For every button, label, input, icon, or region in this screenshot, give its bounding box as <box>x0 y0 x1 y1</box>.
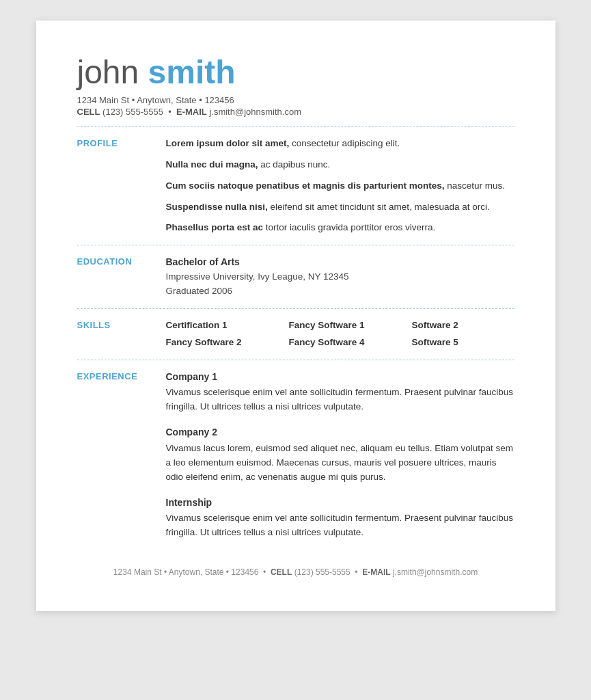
footer: 1234 Main St • Anytown, State • 123456 •… <box>77 561 514 577</box>
exp-entry-3: Internship Vivamus scelerisque enim vel … <box>166 496 514 541</box>
exp-desc-3: Vivamus scelerisque enim vel ante sollic… <box>166 511 514 540</box>
email-label: E-MAIL <box>176 107 207 117</box>
exp-company-2: Company 2 <box>166 425 514 440</box>
footer-cell-label: CELL <box>271 567 292 577</box>
profile-bold-5: Phasellus porta est ac <box>166 222 264 232</box>
exp-company-1: Company 1 <box>166 370 514 385</box>
profile-para-2: Nulla nec dui magna, ac dapibus nunc. <box>166 158 514 172</box>
exp-desc-2: Vivamus lacus lorem, euismod sed aliquet… <box>166 442 514 485</box>
skills-grid: Certification 1 Fancy Software 1 Softwar… <box>166 319 521 350</box>
cell-label: CELL <box>77 107 100 117</box>
profile-para-1: Lorem ipsum dolor sit amet, consectetur … <box>166 137 514 151</box>
footer-cell-value: (123) 555-5555 <box>294 567 351 577</box>
edu-graduated: Graduated 2006 <box>166 284 514 299</box>
profile-text-4: eleifend sit amet tincidunt sit amet, ma… <box>268 202 490 212</box>
skill-item-3: Software 2 <box>412 319 521 333</box>
first-name: john <box>77 54 139 90</box>
skill-item-1: Certification 1 <box>166 319 289 333</box>
profile-bold-4: Suspendisse nulla nisi, <box>166 202 268 212</box>
profile-text-2: ac dapibus nunc. <box>258 159 331 170</box>
footer-email-value: j.smith@johnsmith.com <box>393 567 478 577</box>
experience-section: EXPERIENCE Company 1 Vivamus scelerisque… <box>77 370 514 541</box>
profile-para-3: Cum sociis natoque penatibus et magnis d… <box>166 179 514 193</box>
profile-divider <box>77 245 514 245</box>
edu-university: Impressive University, Ivy League, NY 12… <box>166 270 514 284</box>
profile-text-1: consectetur adipiscing elit. <box>289 138 400 148</box>
skills-content: Certification 1 Fancy Software 1 Softwar… <box>166 319 521 350</box>
profile-para-5: Phasellus porta est ac tortor iaculis gr… <box>166 221 514 235</box>
header-divider <box>77 126 514 127</box>
experience-label: EXPERIENCE <box>77 370 166 541</box>
footer-email-label: E-MAIL <box>362 567 390 577</box>
exp-entry-2: Company 2 Vivamus lacus lorem, euismod s… <box>166 425 514 484</box>
profile-bold-2: Nulla nec dui magna, <box>166 159 258 170</box>
profile-text-3: nascetur mus. <box>445 180 506 191</box>
profile-content: Lorem ipsum dolor sit amet, consectetur … <box>166 137 514 236</box>
profile-label: PROFILE <box>77 137 166 236</box>
address-line: 1234 Main St • Anytown, State • 123456 <box>77 95 514 105</box>
education-label: EDUCATION <box>77 255 166 299</box>
experience-content: Company 1 Vivamus scelerisque enim vel a… <box>166 370 514 541</box>
exp-desc-1: Vivamus scelerisque enim vel ante sollic… <box>166 386 514 414</box>
skill-item-2: Fancy Software 1 <box>289 319 412 333</box>
profile-bold-1: Lorem ipsum dolor sit amet, <box>166 138 290 148</box>
footer-address: 1234 Main St • Anytown, State • 123456 <box>113 567 259 577</box>
edu-degree: Bachelor of Arts <box>166 255 514 270</box>
skill-item-5: Fancy Software 4 <box>289 336 412 350</box>
skill-item-6: Software 5 <box>412 336 521 350</box>
exp-entry-1: Company 1 Vivamus scelerisque enim vel a… <box>166 370 514 415</box>
last-name: smith <box>148 54 236 90</box>
education-section: EDUCATION Bachelor of Arts Impressive Un… <box>77 255 514 299</box>
education-content: Bachelor of Arts Impressive University, … <box>166 255 514 299</box>
skills-divider <box>77 360 514 360</box>
profile-text-5: tortor iaculis gravida porttitor eros vi… <box>263 222 435 232</box>
header: john smith 1234 Main St • Anytown, State… <box>77 55 514 117</box>
profile-para-4: Suspendisse nulla nisi, eleifend sit ame… <box>166 200 514 215</box>
full-name: john smith <box>77 55 514 91</box>
contact-line: CELL (123) 555-5555 • E-MAIL j.smith@joh… <box>77 107 514 117</box>
cell-value: (123) 555-5555 <box>102 107 163 117</box>
email-value: j.smith@johnsmith.com <box>209 107 301 117</box>
profile-bold-3: Cum sociis natoque penatibus et magnis d… <box>166 180 445 191</box>
skill-item-4: Fancy Software 2 <box>166 336 289 350</box>
education-divider <box>77 308 514 309</box>
exp-company-3: Internship <box>166 496 514 511</box>
skills-label: SKILLS <box>77 319 166 350</box>
skills-section: SKILLS Certification 1 Fancy Software 1 … <box>77 319 514 350</box>
profile-section: PROFILE Lorem ipsum dolor sit amet, cons… <box>77 137 514 236</box>
resume-page: john smith 1234 Main St • Anytown, State… <box>36 21 555 611</box>
